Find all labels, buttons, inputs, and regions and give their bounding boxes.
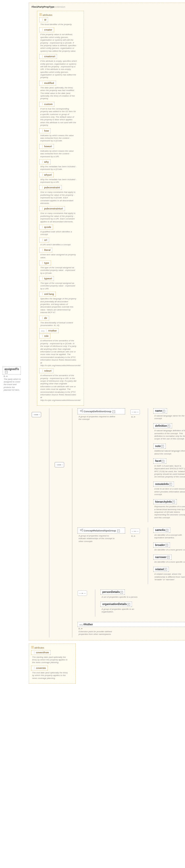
attribute-why: why (39, 160, 51, 164)
attr-doc: The type of the concept assigned as cont… (40, 267, 77, 275)
attr-doc: The date (and, optionally, the time) whe… (40, 87, 77, 100)
collapse-icon[interactable]: − (5, 371, 8, 373)
expand-icon[interactable]: + (167, 425, 170, 427)
expand-icon[interactable]: + (165, 544, 168, 547)
element-broader: broader+ (153, 542, 170, 548)
attribute-role: role (39, 334, 51, 338)
expand-icon[interactable]: − (117, 530, 120, 532)
cdg-doc: A group of properties required to define… (79, 415, 116, 421)
element-name: note (155, 445, 161, 447)
attr-name: howuri (41, 145, 52, 148)
element-name: sameAs (155, 529, 165, 531)
extension-frame: Flex1PartyPropType extension attributes … (29, 3, 185, 640)
element-doc: A group of properties specific to an org… (102, 608, 138, 614)
attribute-literal: literal (39, 248, 53, 252)
attr-doc: A qualified code which identifies a conc… (40, 230, 77, 236)
expand-icon[interactable]: + (162, 460, 164, 463)
attr-name: ##other (45, 330, 57, 332)
element-doc: An identifier of a concept with equivale… (154, 534, 185, 539)
attr-name: roleuri (41, 370, 52, 372)
expand-icon[interactable]: + (162, 410, 165, 412)
expand-icon[interactable]: + (172, 501, 175, 503)
svg-rect-9 (80, 530, 81, 531)
attributes2-hdr: attributes (34, 646, 44, 649)
element-doc: In NAR 1.8 and later, facet is deprecate… (154, 465, 185, 478)
expand-icon[interactable]: − (113, 410, 115, 413)
attr-name: why (41, 161, 49, 163)
other-name: ##other (83, 623, 93, 626)
attribute-xml-lang: xml:lang (39, 292, 56, 297)
attr-name: coversto (33, 667, 46, 670)
attribute-roleuri: roleuri (39, 368, 54, 373)
group-icon (80, 410, 83, 412)
element-doc: A link to an item or a web resource whic… (154, 488, 185, 496)
attr-name: pubconstrainturi (41, 207, 63, 210)
attr-name: xml:lang (41, 293, 54, 296)
attr-name: whyuri (41, 174, 52, 176)
element-doc: An identifier of a more generic concept. (154, 549, 185, 551)
svg-rect-4 (80, 410, 81, 411)
root-name: assignedTo (4, 368, 19, 371)
attr-name: dir (41, 317, 47, 319)
concept-relationships-group: ConceptRelationshipsGroup − (78, 527, 125, 533)
element-doc: A natural language definition of the sem… (154, 429, 185, 440)
expand-icon[interactable]: + (166, 529, 168, 532)
root-element: assignedTo − (3, 367, 21, 374)
element-doc: A set of properties specific to a person… (102, 596, 138, 598)
attributes-frame: attributes idThe local identifier of the… (37, 11, 84, 406)
attr-doc: One or many constraints that apply to pu… (40, 212, 77, 223)
element-name: remoteInfo (155, 483, 169, 486)
element-facet: facet+ (153, 458, 166, 464)
expand-icon[interactable]: + (169, 483, 172, 486)
attribute-how: how (39, 128, 51, 133)
attribute-howuri: howuri (39, 144, 54, 149)
attribute-creatoruri: creatoruri (39, 54, 57, 59)
inner-sequence-node (55, 462, 64, 467)
crg-name: ConceptRelationshipsGroup (84, 529, 116, 532)
expand-icon[interactable]: + (127, 603, 130, 606)
attribute-pubconstraint: pubconstraint (39, 185, 62, 190)
root-doc: The party which is assigned to cover the… (4, 378, 21, 392)
element-hierarchyInfo: hierarchyInfo+ (153, 499, 177, 504)
sequence-node (32, 412, 41, 417)
element-doc: A related concept, where the relationshi… (154, 573, 185, 581)
element-doc: Additional natural language information … (154, 450, 185, 455)
element-remoteInfo: remoteInfo+ (153, 482, 174, 487)
attr-doc: Indicates by which means the value was e… (40, 150, 77, 158)
crg-choice-node (130, 529, 140, 534)
attr-doc: If the attribute is empty, specifies whi… (40, 60, 77, 79)
attr-name: type (41, 261, 49, 264)
expand-icon[interactable]: + (167, 556, 170, 559)
attribute-creator: creator (39, 27, 54, 32)
any-other-element: any ##other (78, 622, 185, 627)
cdg-choice-node (130, 409, 140, 414)
attr-doc: Indicates by which means the value was e… (40, 134, 77, 143)
expand-icon[interactable]: + (120, 591, 123, 594)
concept-definition-group: ConceptDefinitionGroup − (78, 408, 125, 414)
element-name: personDetails (102, 591, 120, 593)
attr-name: id (41, 19, 47, 21)
element-name: hierarchyInfo (155, 500, 172, 503)
element-doc: Represents the position of a concept in … (154, 505, 185, 519)
attr-doc: One or many constraints that apply to pu… (40, 191, 77, 205)
attr-doc: Why the metadata has been included - exp… (40, 165, 77, 171)
expand-icon[interactable]: + (161, 445, 164, 447)
attribute-custom: custom (39, 102, 55, 106)
attribute---other: any ##other (39, 329, 59, 333)
element-name: broader (155, 544, 165, 547)
attr-name: qcode (41, 226, 51, 228)
expand-icon[interactable]: + (164, 568, 167, 571)
attr-name: creator (41, 29, 52, 31)
attr-name: typeuri (41, 277, 52, 280)
element-name: name (155, 409, 162, 412)
svg-rect-5 (82, 410, 83, 410)
crg-card: 0..∞ (131, 535, 140, 537)
attr-name: creatoruri (41, 55, 55, 58)
cdg-name: ConceptDefinitionGroup (84, 410, 111, 413)
attr-name: modified (41, 82, 54, 84)
choice-node (78, 591, 87, 596)
attr-doc: If the property value is not defined, sp… (40, 33, 77, 53)
attr-name: custom (41, 103, 53, 105)
attr-doc: The local identifier of the property. (40, 23, 77, 26)
attributes-hdr: attributes (42, 14, 52, 17)
